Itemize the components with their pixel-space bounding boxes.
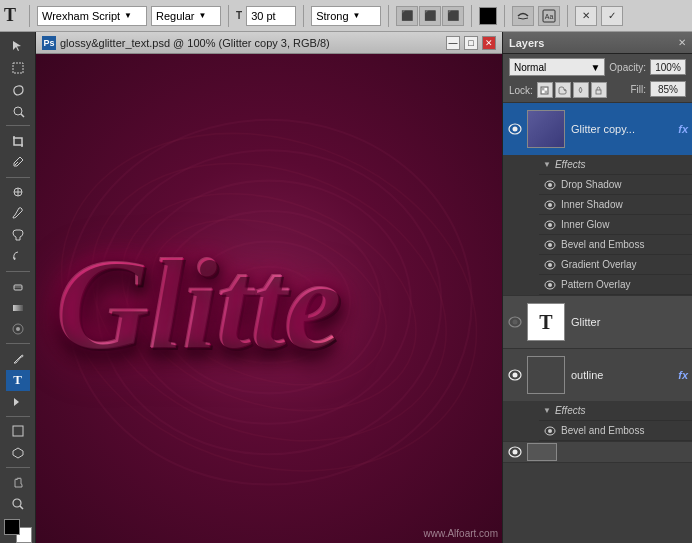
font-size-input[interactable]: 30 pt: [246, 6, 296, 26]
minimize-button[interactable]: —: [446, 36, 460, 50]
tool-separator-6: [6, 467, 30, 468]
layer-name-glitter-copy-3: Glitter copy...: [571, 123, 635, 135]
effects-header-glitter-copy-3: ▼ Effects: [539, 155, 692, 175]
align-right-button[interactable]: ⬛: [442, 6, 464, 26]
layer-row-outline[interactable]: outline fx: [503, 349, 692, 401]
font-style-dropdown[interactable]: Regular ▼: [151, 6, 221, 26]
type-tool-button[interactable]: T: [6, 370, 30, 391]
quick-select-tool-button[interactable]: [6, 101, 30, 122]
outline-effect-visibility-bevel[interactable]: [543, 424, 557, 438]
outline-effects-expand[interactable]: ▼: [543, 406, 551, 415]
lock-icons: [537, 82, 607, 98]
hand-tool-button[interactable]: [6, 472, 30, 493]
effect-visibility-inner-shadow[interactable]: [543, 198, 557, 212]
text-color-swatch[interactable]: [479, 7, 497, 25]
confirm-button[interactable]: ✓: [601, 6, 623, 26]
canvas-area: Ps glossy&glitter_text.psd @ 100% (Glitt…: [36, 32, 502, 543]
layer-name-outline: outline: [571, 369, 603, 381]
toolbar-divider-3: [303, 5, 304, 27]
layers-controls: Normal ▼ Opacity: 100% Lock:: [503, 54, 692, 103]
effect-drop-shadow[interactable]: Drop Shadow: [539, 175, 692, 195]
move-tool-button[interactable]: [6, 36, 30, 57]
effect-pattern-overlay[interactable]: Pattern Overlay: [539, 275, 692, 295]
cancel-button[interactable]: ✕: [575, 6, 597, 26]
effect-visibility-pattern-overlay[interactable]: [543, 278, 557, 292]
character-palette-button[interactable]: Aa: [538, 6, 560, 26]
svg-point-57: [548, 429, 552, 433]
svg-rect-37: [596, 90, 601, 94]
tool-separator-2: [6, 177, 30, 178]
layer-visibility-glitter-copy-3[interactable]: [507, 121, 523, 137]
effects-expand-arrow[interactable]: ▼: [543, 160, 551, 169]
effect-gradient-overlay[interactable]: Gradient Overlay: [539, 255, 692, 275]
lasso-tool-button[interactable]: [6, 79, 30, 100]
marquee-tool-button[interactable]: [6, 58, 30, 79]
canvas-background: Glitte www.Alfoart.com: [36, 54, 502, 543]
layer-visibility-outline[interactable]: [507, 367, 523, 383]
layer-thumbnail-glitter-copy-3: [527, 110, 565, 148]
svg-point-43: [548, 203, 552, 207]
outline-effect-bevel-emboss[interactable]: Bevel and Emboss: [539, 421, 692, 441]
layers-panel-close-button[interactable]: ✕: [678, 37, 686, 48]
layer-row-glitter-copy-3[interactable]: Glitter copy... fx: [503, 103, 692, 155]
zoom-tool-button[interactable]: [6, 494, 30, 515]
toolbar-divider-2: [228, 5, 229, 27]
eyedropper-tool-button[interactable]: [6, 152, 30, 173]
effect-visibility-bevel-emboss[interactable]: [543, 238, 557, 252]
svg-rect-3: [13, 63, 23, 73]
document-window: Ps glossy&glitter_text.psd @ 100% (Glitt…: [36, 32, 502, 543]
lock-label: Lock:: [509, 85, 533, 96]
effect-inner-shadow[interactable]: Inner Shadow: [539, 195, 692, 215]
canvas-text-glitter: Glitte: [56, 239, 340, 369]
layer-visibility-glitter[interactable]: [507, 314, 523, 330]
effect-visibility-gradient-overlay[interactable]: [543, 258, 557, 272]
history-brush-button[interactable]: [6, 246, 30, 267]
svg-point-18: [13, 499, 21, 507]
healing-brush-button[interactable]: [6, 181, 30, 202]
close-button[interactable]: ✕: [482, 36, 496, 50]
align-left-button[interactable]: ⬛: [396, 6, 418, 26]
warp-text-button[interactable]: [512, 6, 534, 26]
svg-point-45: [548, 223, 552, 227]
maximize-button[interactable]: □: [464, 36, 478, 50]
eraser-tool-button[interactable]: [6, 276, 30, 297]
opacity-input[interactable]: 100%: [650, 59, 686, 75]
effect-visibility-drop-shadow[interactable]: [543, 178, 557, 192]
layer-name-row-outline: outline fx: [571, 369, 688, 381]
fill-input[interactable]: 85%: [650, 81, 686, 97]
3d-tool-button[interactable]: [6, 443, 30, 464]
lock-position-button[interactable]: [573, 82, 589, 98]
pen-tool-button[interactable]: [6, 348, 30, 369]
anti-alias-dropdown[interactable]: Strong ▼: [311, 6, 381, 26]
font-family-arrow: ▼: [124, 11, 132, 20]
effect-bevel-emboss[interactable]: Bevel and Emboss: [539, 235, 692, 255]
gradient-tool-button[interactable]: [6, 297, 30, 318]
svg-point-41: [548, 183, 552, 187]
align-center-button[interactable]: ⬛: [419, 6, 441, 26]
effect-visibility-inner-glow[interactable]: [543, 218, 557, 232]
effect-name-inner-shadow: Inner Shadow: [561, 199, 623, 210]
ps-icon: Ps: [42, 36, 56, 50]
font-family-dropdown[interactable]: Wrexham Script ▼: [37, 6, 147, 26]
lock-all-button[interactable]: [591, 82, 607, 98]
layer-visibility-bottom[interactable]: [507, 444, 523, 460]
color-swatches[interactable]: [4, 519, 32, 543]
blur-tool-button[interactable]: [6, 319, 30, 340]
svg-text:Aa: Aa: [545, 13, 554, 20]
text-tool-icon[interactable]: T: [4, 5, 16, 26]
layer-row-glitter[interactable]: T Glitter: [503, 296, 692, 348]
clone-stamp-button[interactable]: [6, 225, 30, 246]
blend-mode-dropdown[interactable]: Normal ▼: [509, 58, 605, 76]
lock-transparent-button[interactable]: [537, 82, 553, 98]
tool-separator-1: [6, 125, 30, 126]
shape-tool-button[interactable]: [6, 421, 30, 442]
layer-row-bottom-partial[interactable]: [503, 442, 692, 462]
layer-thumbnail-outline: [527, 356, 565, 394]
effect-name-drop-shadow: Drop Shadow: [561, 179, 622, 190]
brush-tool-button[interactable]: [6, 203, 30, 224]
foreground-color-swatch[interactable]: [4, 519, 20, 535]
lock-image-button[interactable]: [555, 82, 571, 98]
path-select-button[interactable]: [6, 392, 30, 413]
effect-inner-glow[interactable]: Inner Glow: [539, 215, 692, 235]
crop-tool-button[interactable]: [6, 130, 30, 151]
